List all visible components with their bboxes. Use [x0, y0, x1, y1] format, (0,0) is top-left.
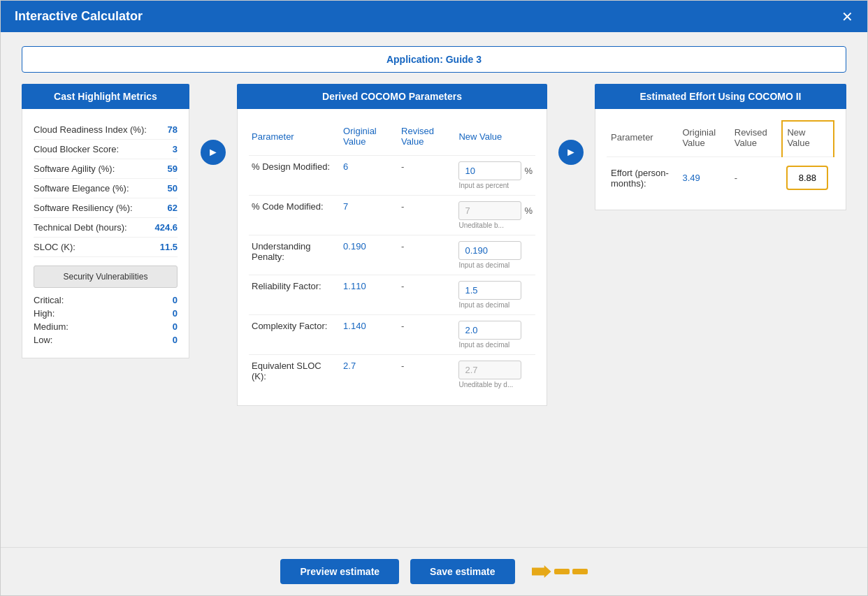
param-revised: -: [398, 156, 456, 196]
param-name: Equivalent SLOC (K):: [249, 355, 340, 395]
col-new: New Value: [456, 120, 535, 156]
effort-original: 3.49: [678, 157, 730, 199]
param-name: Complexity Factor:: [249, 315, 340, 355]
code-modified-input: [458, 201, 521, 220]
reliability-factor-input[interactable]: [458, 281, 521, 300]
unit-percent: %: [524, 205, 533, 216]
complexity-factor-input[interactable]: [458, 321, 521, 340]
param-original: 7: [340, 196, 398, 235]
cast-highlight-panel: Cast Highlight Metrics Cloud Readiness I…: [22, 84, 189, 358]
arrow-decoration: [532, 565, 588, 578]
unit-percent: %: [524, 166, 533, 176]
application-value: Guide 3: [446, 54, 482, 65]
arrow-solid-icon: [532, 565, 551, 578]
input-hint: Uneditable b...: [458, 221, 533, 229]
modal-container: Interactive Calculator ✕ Application: Gu…: [0, 0, 868, 596]
application-label: Application:: [386, 54, 443, 65]
param-new: % Uneditable b...: [456, 196, 535, 235]
param-name: Reliability Factor:: [249, 275, 340, 315]
param-new: Input as decimal: [456, 235, 535, 275]
param-original: 0.190: [340, 235, 398, 275]
save-estimate-button[interactable]: Save estimate: [410, 559, 514, 584]
col-original: Originial Value: [340, 120, 398, 156]
vuln-high: High: 0: [34, 307, 178, 320]
param-new: Input as decimal: [456, 315, 535, 355]
metric-value: 78: [168, 124, 178, 135]
vuln-label: High:: [34, 308, 55, 319]
input-hint: Input as percent: [458, 182, 533, 189]
effort-param-name: Effort (person-months):: [607, 157, 678, 199]
table-row: Understanding Penalty: 0.190 - Input as …: [249, 235, 535, 275]
metric-value: 424.6: [154, 222, 178, 233]
metric-value: 11.5: [160, 242, 178, 252]
param-name: Understanding Penalty:: [249, 235, 340, 275]
col-revised: Revised Value: [398, 120, 456, 156]
param-name: % Design Modified:: [249, 156, 340, 196]
effort-col-revised: Revised Value: [730, 121, 783, 157]
metric-cloud-blocker: Cloud Blocker Score: 3: [34, 140, 178, 159]
dash-1: [554, 569, 570, 574]
vuln-low: Low: 0: [34, 333, 178, 347]
right-section: Estimated Effort Using COCOMO II Paramet…: [595, 84, 846, 210]
close-button[interactable]: ✕: [841, 10, 853, 24]
modal-footer: Preview estimate Save estimate: [1, 547, 867, 595]
effort-table-row: Effort (person-months): 3.49 - 8.88: [607, 157, 834, 199]
vuln-medium: Medium: 0: [34, 320, 178, 333]
metric-value: 59: [168, 163, 178, 174]
param-revised: -: [398, 315, 456, 355]
param-original: 2.7: [340, 355, 398, 395]
arrow-dashes-icon: [554, 569, 588, 574]
effort-col-parameter: Parameter: [607, 121, 678, 157]
preview-estimate-button[interactable]: Preview estimate: [280, 559, 399, 584]
security-vulnerabilities-button[interactable]: Security Vulnerabilities: [34, 266, 178, 288]
metric-technical-debt: Technical Debt (hours): 424.6: [34, 218, 178, 238]
vuln-label: Low:: [34, 335, 52, 345]
table-row: % Code Modified: 7 - % Un: [249, 196, 535, 235]
col-parameter: Parameter: [249, 120, 340, 156]
param-original: 6: [340, 156, 398, 196]
modal-header: Interactive Calculator ✕: [1, 1, 867, 32]
metric-label: Cloud Blocker Score:: [34, 144, 119, 154]
effort-panel-header: Estimated Effort Using COCOMO II: [595, 84, 846, 109]
equivalent-sloc-input: [458, 361, 521, 379]
metric-software-agility: Software Agility (%): 59: [34, 159, 178, 179]
effort-table: Parameter Originial Value Revised Value …: [607, 120, 834, 198]
input-hint: Input as decimal: [458, 261, 533, 269]
metric-label: Cloud Readiness Index (%):: [34, 124, 147, 135]
input-hint: Input as decimal: [458, 301, 533, 309]
input-hint: Input as decimal: [458, 341, 533, 349]
effort-col-original: Originial Value: [678, 121, 730, 157]
param-revised: -: [398, 196, 456, 235]
cocomo-panel: Derived COCOMO Parameters Parameter Orig…: [237, 84, 547, 406]
effort-col-new: New Value: [782, 121, 834, 157]
design-modified-input[interactable]: [458, 161, 521, 180]
effort-panel: Estimated Effort Using COCOMO II Paramet…: [595, 84, 846, 210]
vuln-label: Medium:: [34, 321, 68, 332]
arrow-left: ►: [201, 84, 226, 165]
metric-cloud-readiness: Cloud Readiness Index (%): 78: [34, 120, 178, 140]
metric-label: Software Agility (%):: [34, 163, 115, 174]
metric-label: Technical Debt (hours):: [34, 222, 127, 233]
vuln-value: 0: [173, 335, 178, 345]
understanding-penalty-input[interactable]: [458, 241, 521, 260]
vuln-label: Critical:: [34, 295, 64, 305]
effort-new-value-cell: 8.88: [782, 157, 834, 199]
modal-title: Interactive Calculator: [15, 9, 143, 24]
cast-panel-body: Cloud Readiness Index (%): 78 Cloud Bloc…: [22, 109, 189, 358]
metric-value: 3: [173, 144, 178, 154]
metric-label: SLOC (K):: [34, 242, 75, 252]
param-new: Input as decimal: [456, 275, 535, 315]
param-original: 1.140: [340, 315, 398, 355]
param-name: % Code Modified:: [249, 196, 340, 235]
metric-value: 62: [168, 203, 178, 213]
param-new: Uneditable by d...: [456, 355, 535, 395]
effort-revised: -: [730, 157, 783, 199]
table-row: Reliability Factor: 1.110 - Input as dec…: [249, 275, 535, 315]
vuln-value: 0: [173, 308, 178, 319]
metric-sloc: SLOC (K): 11.5: [34, 238, 178, 257]
param-revised: -: [398, 355, 456, 395]
input-hint: Uneditable by d...: [458, 381, 533, 388]
vuln-value: 0: [173, 321, 178, 332]
param-original: 1.110: [340, 275, 398, 315]
vuln-value: 0: [173, 295, 178, 305]
